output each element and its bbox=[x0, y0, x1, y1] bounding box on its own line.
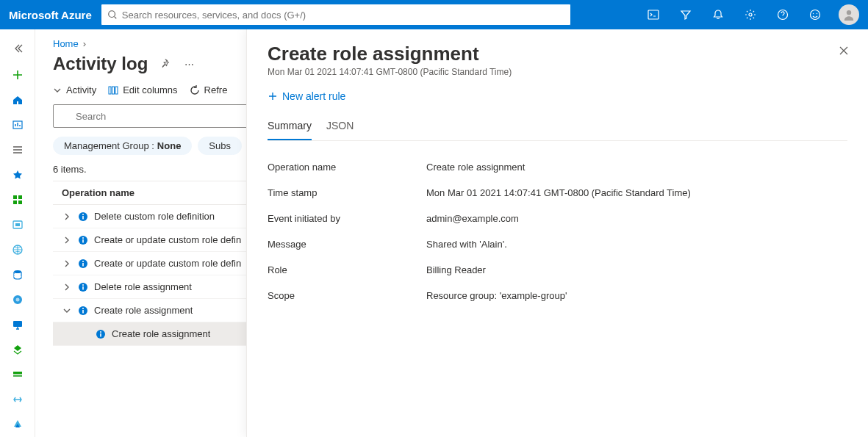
all-services-icon[interactable] bbox=[3, 138, 32, 162]
svg-rect-39 bbox=[82, 286, 84, 290]
create-resource-icon[interactable] bbox=[3, 63, 32, 87]
global-search[interactable] bbox=[101, 4, 571, 26]
tab-json[interactable]: JSON bbox=[326, 115, 354, 140]
virtual-networks-icon[interactable] bbox=[3, 388, 32, 411]
azure-ad-icon[interactable] bbox=[3, 413, 32, 436]
plus-icon bbox=[268, 91, 278, 101]
row-label: Delete custom role definition bbox=[94, 211, 215, 222]
row-label: Create role assignment bbox=[112, 328, 210, 339]
close-button[interactable] bbox=[834, 41, 853, 62]
refresh-icon bbox=[190, 85, 200, 95]
info-icon bbox=[78, 235, 88, 245]
chevron-down-icon bbox=[53, 86, 62, 95]
breadcrumb-home[interactable]: Home bbox=[53, 38, 79, 49]
svg-point-43 bbox=[82, 308, 84, 309]
svg-point-7 bbox=[817, 13, 817, 14]
svg-rect-24 bbox=[109, 87, 111, 94]
svg-rect-12 bbox=[13, 201, 17, 204]
left-rail: SQL bbox=[0, 29, 35, 437]
info-icon bbox=[78, 259, 88, 269]
svg-rect-10 bbox=[13, 195, 17, 199]
new-alert-rule-button[interactable]: New alert rule bbox=[268, 90, 345, 102]
directory-filter-icon[interactable] bbox=[671, 0, 700, 29]
cosmos-db-icon[interactable] bbox=[3, 288, 32, 311]
global-search-input[interactable] bbox=[122, 10, 564, 21]
search-icon bbox=[107, 10, 118, 20]
row-label: Create or update custom role defin bbox=[94, 258, 241, 269]
svg-point-37 bbox=[82, 261, 84, 262]
sql-databases-icon[interactable]: SQL bbox=[3, 263, 32, 286]
chevron-icon bbox=[62, 259, 72, 268]
management-group-filter[interactable]: Management Group : None bbox=[53, 137, 192, 155]
help-icon[interactable] bbox=[768, 0, 797, 29]
top-icon-bar bbox=[639, 0, 859, 29]
detail-key: Message bbox=[268, 239, 426, 250]
feedback-icon[interactable] bbox=[800, 0, 830, 29]
load-balancers-icon[interactable] bbox=[3, 338, 32, 361]
svg-point-3 bbox=[749, 13, 752, 16]
svg-point-46 bbox=[100, 331, 101, 333]
row-label: Create role assignment bbox=[94, 305, 193, 316]
detail-row: Event initiated byadmin@example.com bbox=[268, 206, 847, 231]
detail-value: Billing Reader bbox=[426, 264, 847, 275]
detail-value: Resource group: 'example-group' bbox=[426, 290, 847, 301]
home-icon[interactable] bbox=[3, 88, 32, 112]
pin-icon[interactable] bbox=[157, 55, 173, 73]
detail-key: Operation name bbox=[268, 162, 426, 173]
detail-timestamp: Mon Mar 01 2021 14:07:41 GMT-0800 (Pacif… bbox=[268, 67, 847, 77]
svg-rect-2 bbox=[648, 10, 659, 19]
detail-tabs: Summary JSON bbox=[268, 115, 847, 141]
chevron-right-icon: › bbox=[83, 38, 86, 49]
resource-groups-icon[interactable] bbox=[3, 213, 32, 236]
avatar[interactable] bbox=[839, 4, 859, 25]
close-icon bbox=[839, 46, 849, 56]
detail-key: Role bbox=[268, 264, 426, 275]
svg-rect-11 bbox=[18, 195, 22, 199]
notifications-icon[interactable] bbox=[703, 0, 733, 29]
info-icon bbox=[78, 306, 88, 316]
chevron-icon bbox=[62, 306, 72, 315]
dashboard-icon[interactable] bbox=[3, 113, 32, 137]
detail-row: ScopeResource group: 'example-group' bbox=[268, 283, 847, 308]
columns-icon bbox=[108, 85, 118, 95]
detail-value: Shared with 'Alain'. bbox=[426, 239, 847, 250]
detail-key: Scope bbox=[268, 290, 426, 301]
row-label: Create or update custom role defin bbox=[94, 234, 241, 245]
svg-point-34 bbox=[82, 237, 84, 239]
page-title: Activity log bbox=[53, 54, 148, 74]
detail-row: RoleBilling Reader bbox=[268, 257, 847, 283]
detail-value: admin@example.com bbox=[426, 213, 847, 224]
brand: Microsoft Azure bbox=[9, 9, 92, 21]
svg-point-40 bbox=[82, 284, 84, 286]
edit-columns-button[interactable]: Edit columns bbox=[108, 84, 177, 95]
detail-key: Event initiated by bbox=[268, 213, 426, 224]
expand-rail-button[interactable] bbox=[0, 35, 35, 62]
detail-value: Create role assignment bbox=[426, 162, 847, 173]
svg-rect-42 bbox=[82, 310, 84, 314]
settings-icon[interactable] bbox=[736, 0, 765, 29]
all-resources-icon[interactable] bbox=[3, 188, 32, 212]
tab-summary[interactable]: Summary bbox=[268, 115, 312, 140]
refresh-button[interactable]: Refre bbox=[190, 84, 228, 95]
svg-rect-26 bbox=[115, 87, 118, 94]
chevron-icon bbox=[62, 283, 72, 292]
svg-rect-21 bbox=[13, 321, 22, 327]
subscription-filter[interactable]: Subs bbox=[198, 137, 242, 155]
app-services-icon[interactable] bbox=[3, 238, 32, 261]
detail-row: Time stampMon Mar 01 2021 14:07:41 GMT-0… bbox=[268, 180, 847, 206]
activity-dropdown[interactable]: Activity bbox=[53, 84, 96, 95]
virtual-machines-icon[interactable] bbox=[3, 313, 32, 336]
info-icon bbox=[78, 212, 88, 222]
storage-accounts-icon[interactable] bbox=[3, 363, 32, 386]
svg-rect-33 bbox=[82, 239, 84, 243]
detail-row: MessageShared with 'Alain'. bbox=[268, 231, 847, 257]
chevron-icon bbox=[62, 236, 72, 245]
more-icon[interactable]: ⋯ bbox=[182, 56, 197, 73]
detail-title: Create role assignment bbox=[268, 43, 847, 65]
svg-text:SQL: SQL bbox=[13, 273, 21, 278]
info-icon bbox=[96, 329, 106, 339]
cloud-shell-icon[interactable] bbox=[639, 0, 668, 29]
svg-point-20 bbox=[15, 298, 19, 302]
favorites-icon[interactable] bbox=[3, 163, 32, 187]
svg-rect-15 bbox=[15, 223, 20, 226]
